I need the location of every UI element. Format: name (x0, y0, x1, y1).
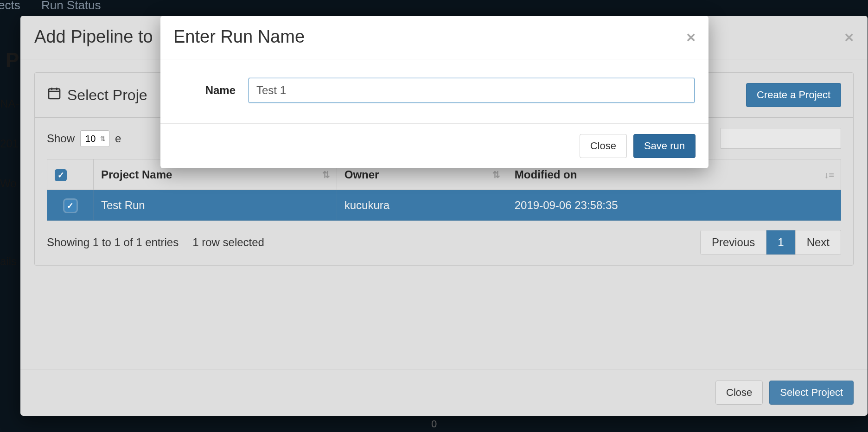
table-search (721, 128, 841, 149)
entries-select[interactable]: 10 (80, 130, 109, 147)
col-label: Project Name (101, 168, 172, 181)
select-project-button[interactable]: Select Project (769, 381, 854, 405)
enter-run-name-modal: Enter Run Name × Name Close Save run (160, 16, 708, 168)
table-row[interactable]: Test Run kucukura 2019-09-06 23:58:35 (47, 190, 841, 221)
show-label: Show (47, 132, 75, 145)
modal-title: Add Pipeline to (34, 27, 153, 47)
prev-button[interactable]: Previous (701, 230, 766, 254)
pagination: Previous 1 Next (700, 230, 841, 255)
checkbox-icon[interactable] (55, 169, 67, 181)
create-project-button[interactable]: Create a Project (746, 83, 841, 107)
cell-owner: kucukura (337, 190, 507, 221)
page-button[interactable]: 1 (766, 230, 795, 254)
name-label: Name (174, 84, 249, 97)
sort-desc-icon: ↓≡ (824, 169, 834, 180)
sort-icon: ⇅ (492, 169, 500, 180)
inner-modal-title: Enter Run Name (173, 27, 305, 47)
inner-modal-footer: Close Save run (160, 123, 708, 168)
row-checkbox-cell[interactable] (47, 190, 94, 221)
inner-modal-header: Enter Run Name × (160, 16, 708, 59)
selection-info: 1 row selected (192, 236, 264, 249)
col-label: Modified on (515, 168, 577, 181)
checkbox-icon[interactable] (64, 200, 77, 212)
cell-modified: 2019-09-06 23:58:35 (507, 190, 841, 221)
close-button[interactable]: Close (580, 134, 627, 158)
next-button[interactable]: Next (796, 230, 841, 254)
name-form-row: Name (174, 78, 695, 103)
cell-project-name: Test Run (94, 190, 337, 221)
svg-rect-0 (49, 89, 60, 99)
close-icon[interactable]: × (844, 29, 854, 45)
search-input[interactable] (721, 128, 841, 149)
run-name-input[interactable] (249, 78, 695, 103)
entries-info: Showing 1 to 1 of 1 entries (47, 236, 179, 249)
save-run-button[interactable]: Save run (633, 134, 696, 158)
calendar-icon (47, 86, 62, 104)
close-icon[interactable]: × (686, 29, 696, 45)
panel-title: Select Proje (47, 86, 147, 104)
col-checkbox[interactable] (47, 159, 94, 190)
entries-label: e (115, 132, 121, 145)
modal-footer: Close Select Project (20, 369, 868, 416)
table-length: Show 10 e (47, 130, 121, 147)
sort-icon: ⇅ (322, 169, 330, 180)
table-info: Showing 1 to 1 of 1 entries 1 row select… (47, 236, 264, 249)
close-button[interactable]: Close (715, 381, 763, 405)
panel-title-text: Select Proje (67, 87, 147, 104)
inner-modal-body: Name (160, 59, 708, 123)
col-label: Owner (345, 168, 379, 181)
table-footer: Showing 1 to 1 of 1 entries 1 row select… (47, 230, 841, 255)
